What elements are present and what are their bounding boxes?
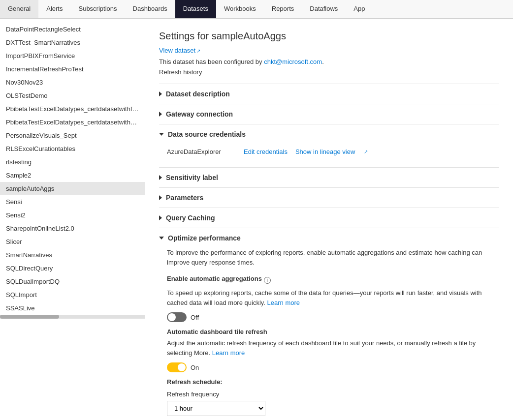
tab-alerts[interactable]: Alerts: [38, 0, 70, 18]
info-icon: i: [264, 277, 271, 284]
sidebar-item-nov30nov23[interactable]: Nov30Nov23: [0, 76, 145, 89]
show-lineage-link[interactable]: Show in lineage view: [295, 148, 355, 155]
refresh-history-link[interactable]: Refresh history: [159, 68, 202, 76]
section-data-source-credentials-header[interactable]: Data source credentials: [159, 124, 499, 144]
sidebar-item-sqldirectquery[interactable]: SQLDirectQuery: [0, 262, 145, 275]
chevron-right-icon: [159, 91, 162, 96]
auto-agg-toggle-container: Off: [167, 312, 499, 322]
section-dataset-description: Dataset description: [159, 84, 499, 104]
sidebar-item-sqlimport[interactable]: SQLImport: [0, 288, 145, 301]
chevron-right-icon: [159, 195, 162, 200]
auto-agg-learn-more[interactable]: Learn more: [267, 299, 300, 306]
main-content: Settings for sampleAutoAggs View dataset…: [145, 19, 513, 418]
dashboard-refresh-title: Automatic dashboard tile refresh: [167, 328, 499, 335]
section-dataset-description-header[interactable]: Dataset description: [159, 84, 499, 104]
section-optimize-performance-header[interactable]: Optimize performance: [159, 228, 499, 248]
top-nav: GeneralAlertsSubscriptionsDashboardsData…: [0, 0, 513, 19]
refresh-freq-label: Refresh frequency: [167, 390, 499, 398]
refresh-schedule-section: Refresh schedule: Refresh frequency 1 ho…: [167, 378, 499, 416]
section-query-caching-header[interactable]: Query Caching: [159, 208, 499, 228]
sidebar-horizontal-scrollbar[interactable]: [0, 315, 145, 319]
sidebar-item-pbibetatestexceldatatypescertdatasetwithfeatur[interactable]: PbibetaTestExcelDatatypes_certdatasetwit…: [0, 102, 145, 116]
tab-general[interactable]: General: [0, 0, 38, 18]
dashboard-refresh-toggle-container: On: [167, 362, 499, 372]
auto-agg-toggle-label: Off: [191, 314, 199, 321]
dashboard-refresh-section: Automatic dashboard tile refresh Adjust …: [167, 328, 499, 372]
tab-reports[interactable]: Reports: [264, 0, 302, 18]
sidebar-item-importpbixfromservice[interactable]: ImportPBIXFromService: [0, 49, 145, 62]
section-query-caching: Query Caching: [159, 208, 499, 228]
auto-agg-desc: To speed up exploring reports, cache som…: [167, 288, 499, 307]
section-parameters: Parameters: [159, 187, 499, 208]
sidebar-item-smartnarratives[interactable]: SmartNarratives: [0, 248, 145, 262]
section-sensitivity-label-header[interactable]: Sensitivity label: [159, 168, 499, 187]
refresh-frequency-dropdown[interactable]: 1 hour30 minutes15 minutes5 minutes1 min…: [167, 401, 265, 416]
lineage-external-icon: ↗: [364, 149, 368, 154]
section-gateway-connection-header[interactable]: Gateway connection: [159, 104, 499, 124]
optimize-performance-content: To improve the performance of exploring …: [159, 248, 499, 418]
sidebar: DataPointRectangleSelectDXTTest_SmartNar…: [0, 19, 145, 418]
credentials-source: AzureDataExplorer: [167, 148, 236, 155]
bottom-buttons: Apply Discard: [167, 416, 499, 418]
section-sensitivity-label: Sensitivity label: [159, 167, 499, 187]
sidebar-item-slicer[interactable]: Slicer: [0, 235, 145, 248]
sidebar-item-datapointrectangleselect[interactable]: DataPointRectangleSelect: [0, 23, 145, 36]
config-text: This dataset has been configured by chkt…: [159, 58, 499, 65]
auto-agg-section: Enable automatic aggregations i To speed…: [167, 275, 499, 322]
tab-datasets[interactable]: Datasets: [175, 0, 216, 18]
dashboard-refresh-toggle-label: On: [191, 364, 199, 371]
sidebar-item-pbibetatestexceldatatypescertdatasetwithoutfea[interactable]: PbibetaTestExcelDatatypes_certdatasetwit…: [0, 116, 145, 129]
sidebar-item-sqldualimportdq[interactable]: SQLDualImportDQ: [0, 275, 145, 288]
sidebar-item-rlsexcelcurationtables[interactable]: RLSExcelCurationtables: [0, 142, 145, 155]
sidebar-item-olstestdemo[interactable]: OLSTestDemo: [0, 89, 145, 102]
data-source-credentials-content: AzureDataExplorer Edit credentials Show …: [159, 144, 499, 167]
dashboard-refresh-desc: Adjust the automatic refresh frequency o…: [167, 338, 499, 358]
page-title: Settings for sampleAutoAggs: [159, 30, 499, 42]
chevron-right-icon: [159, 175, 162, 180]
sidebar-item-personalizevisualssept[interactable]: PersonalizeVisuals_Sept: [0, 129, 145, 142]
chevron-down-icon: [159, 237, 164, 240]
auto-agg-title: Enable automatic aggregations: [167, 275, 262, 282]
sidebar-item-sample2[interactable]: Sample2: [0, 169, 145, 182]
tab-dataflows[interactable]: Dataflows: [302, 0, 346, 18]
tab-dashboards[interactable]: Dashboards: [125, 0, 175, 18]
sidebar-item-sampleautoaggs[interactable]: sampleAutoAggs: [0, 182, 145, 195]
sidebar-item-sensi2[interactable]: Sensi2: [0, 209, 145, 222]
view-dataset-link[interactable]: View dataset: [159, 47, 195, 54]
sidebar-item-incrementalrefreshprotest[interactable]: IncrementalRefreshProTest: [0, 62, 145, 76]
config-email-link[interactable]: chkt@microsoft.com: [264, 58, 322, 65]
section-optimize-performance: Optimize performance To improve the perf…: [159, 228, 499, 418]
chevron-right-icon: [159, 112, 162, 117]
auto-agg-toggle[interactable]: [167, 312, 187, 322]
sidebar-item-dxttestsmartnarratives[interactable]: DXTTest_SmartNarratives: [0, 36, 145, 49]
chevron-right-icon: [159, 215, 162, 220]
sidebar-item-sensi[interactable]: Sensi: [0, 195, 145, 209]
optimize-description: To improve the performance of exploring …: [167, 248, 499, 267]
tab-subscriptions[interactable]: Subscriptions: [70, 0, 125, 18]
external-link-icon: ↗: [196, 48, 200, 54]
section-parameters-header[interactable]: Parameters: [159, 188, 499, 208]
sidebar-item-rlstesting[interactable]: rlstesting: [0, 155, 145, 169]
chevron-down-icon: [159, 133, 164, 136]
tab-workbooks[interactable]: Workbooks: [216, 0, 264, 18]
refresh-schedule-title: Refresh schedule:: [167, 378, 499, 386]
dashboard-refresh-toggle[interactable]: [167, 362, 187, 372]
edit-credentials-link[interactable]: Edit credentials: [244, 148, 288, 155]
section-gateway-connection: Gateway connection: [159, 104, 499, 124]
sidebar-item-sharepointonlinelist20[interactable]: SharepointOnlineList2.0: [0, 222, 145, 235]
credentials-row: AzureDataExplorer Edit credentials Show …: [167, 144, 499, 159]
dashboard-refresh-learn-more[interactable]: Learn more: [212, 349, 245, 357]
sidebar-item-ssaslive[interactable]: SSASLive: [0, 301, 145, 315]
section-data-source-credentials: Data source credentials AzureDataExplore…: [159, 124, 499, 167]
tab-app[interactable]: App: [346, 0, 373, 18]
